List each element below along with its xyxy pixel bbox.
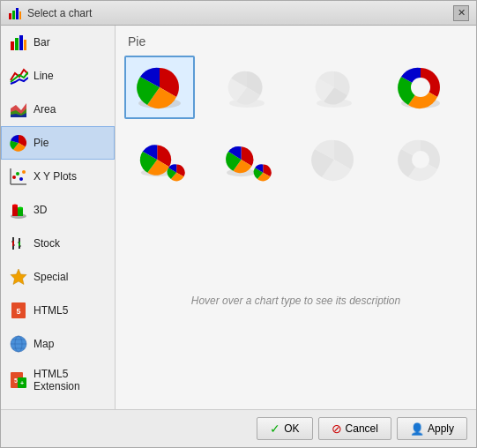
sidebar-label-map: Map [34,338,54,350]
svg-point-51 [411,78,430,97]
sidebar-label-3d: 3D [34,204,47,216]
sidebar-item-area[interactable]: Area [1,93,115,126]
ok-icon: ✓ [270,422,280,436]
line-icon [9,66,28,86]
sidebar-label-html5: HTML5 [34,304,68,317]
close-button[interactable]: ✕ [453,5,469,21]
sidebar-label-area: Area [34,103,56,116]
sidebar: Bar Line Area [1,26,116,409]
cancel-button[interactable]: ⊘ Cancel [318,417,391,440]
svg-marker-31 [11,269,26,285]
svg-text:5: 5 [16,307,20,316]
stock-icon [9,234,28,253]
chart-grid-row2 [124,128,467,191]
sidebar-label-line: Line [34,70,54,82]
chart-option-pie7[interactable] [299,128,369,191]
svg-rect-5 [15,38,19,50]
sidebar-label-html5ext: HTML5 Extension [34,368,107,392]
cancel-label: Cancel [346,422,378,435]
svg-point-16 [19,177,23,181]
chart-option-pie5[interactable] [124,128,195,191]
pie8-preview [392,133,449,186]
pie7-preview [306,133,362,186]
svg-point-14 [12,175,16,179]
chart-option-pie6[interactable] [212,128,282,191]
bar-icon [9,33,28,52]
sidebar-item-special[interactable]: Special [1,260,115,294]
special-icon [9,267,28,287]
svg-rect-1 [12,11,15,19]
sidebar-label-stock: Stock [34,237,60,250]
pie5-preview [131,133,188,186]
ok-button[interactable]: ✓ OK [257,417,312,440]
chart-option-pie8[interactable] [385,128,456,191]
svg-point-60 [412,151,429,168]
svg-text:5: 5 [14,377,18,384]
svg-rect-3 [19,11,21,19]
3d-icon [9,200,28,220]
chart-type-title: Pie [128,34,467,49]
apply-icon: 👤 [410,422,424,436]
svg-point-17 [22,170,26,174]
apply-button[interactable]: 👤 Apply [397,417,467,440]
html5ext-icon: 5 + [9,370,28,390]
sidebar-item-stock[interactable]: Stock [1,227,115,260]
sidebar-item-html5ext[interactable]: 5 + HTML5 Extension [1,361,115,399]
sidebar-label-bar: Bar [34,36,50,49]
pie-icon [9,133,28,153]
svg-rect-4 [11,41,14,50]
sidebar-item-bar[interactable]: Bar [1,26,115,59]
sidebar-item-map[interactable]: Map [1,327,115,361]
chart-option-pie3[interactable] [299,56,369,119]
pie6-preview [219,133,275,186]
svg-point-22 [18,207,23,210]
svg-rect-6 [19,35,23,50]
sidebar-item-xyplots[interactable]: X Y Plots [1,160,115,193]
chart-option-pie1[interactable] [124,56,195,119]
area-icon [9,100,28,119]
hint-text: Hover over a chart type to see its descr… [124,200,467,400]
pie2-preview [219,61,275,114]
sidebar-label-pie: Pie [34,137,48,149]
html5-icon: 5 [9,301,28,320]
pie1-preview [131,61,188,114]
dialog: Select a chart ✕ Bar [0,0,477,448]
apply-label: Apply [428,422,454,435]
svg-rect-2 [16,8,19,19]
chart-option-pie2[interactable] [212,56,282,119]
map-icon [9,334,28,354]
footer: ✓ OK ⊘ Cancel 👤 Apply [1,409,476,447]
main-area: Pie [116,26,476,409]
svg-rect-7 [24,40,26,50]
svg-point-21 [12,205,18,207]
xy-icon [9,167,28,186]
pie4-preview [392,61,449,114]
sidebar-label-special: Special [34,271,68,283]
sidebar-item-pie[interactable]: Pie [1,126,115,160]
chart-option-pie4[interactable] [385,56,456,119]
ok-label: OK [284,422,299,435]
sidebar-label-xyplots: X Y Plots [34,170,77,183]
sidebar-item-line[interactable]: Line [1,59,115,93]
cancel-icon: ⊘ [332,422,342,436]
svg-text:+: + [20,380,24,386]
sidebar-item-3d[interactable]: 3D [1,193,115,227]
dialog-title: Select a chart [27,7,92,19]
svg-rect-19 [12,205,18,216]
pie3-preview [306,61,362,114]
svg-point-15 [16,172,19,175]
title-bar: Select a chart ✕ [1,1,476,26]
sidebar-item-html5[interactable]: 5 HTML5 [1,294,115,327]
dialog-title-icon [8,6,22,20]
chart-grid-row1 [124,56,467,119]
svg-rect-0 [9,13,11,19]
content-area: Bar Line Area [1,26,476,409]
